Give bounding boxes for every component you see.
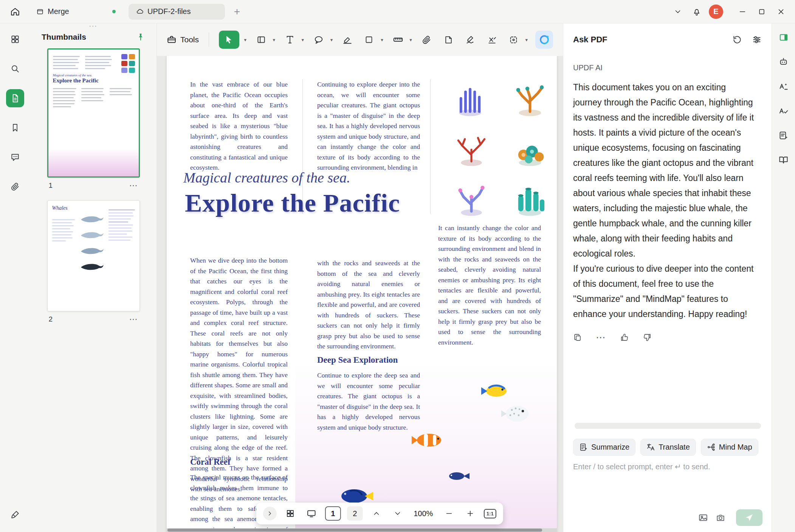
thumbnails-list[interactable]: Magical creatures of the sea. Explore th… [30, 48, 157, 532]
next-page-button[interactable] [390, 505, 405, 522]
tabs-dropdown-button[interactable] [671, 5, 685, 19]
signature-tool-button[interactable] [463, 31, 477, 48]
fill-sign-tool-button[interactable] [485, 31, 499, 48]
board-icon [36, 8, 44, 15]
mini-title: Explore the Pacific [53, 77, 134, 84]
attachment-tool-button[interactable] [420, 31, 434, 48]
zoom-in-button[interactable] [463, 505, 478, 522]
current-page-box[interactable]: 1 [325, 506, 341, 521]
notifications-button[interactable] [690, 5, 704, 19]
camera-icon[interactable] [716, 513, 725, 523]
copy-icon[interactable] [573, 333, 582, 342]
ask-pdf-title: Ask PDF [573, 35, 607, 45]
ai-chatbot-icon[interactable] [778, 57, 789, 67]
measure-tool-button[interactable] [391, 31, 405, 48]
chevron-down-icon[interactable]: ▾ [302, 37, 304, 43]
close-icon[interactable] [777, 8, 785, 16]
sticker-tool-button[interactable] [441, 31, 456, 48]
next-page-box[interactable]: 2 [347, 506, 363, 521]
marker-tool-button[interactable] [340, 31, 355, 48]
suggestions-scrollbar[interactable] [575, 423, 761, 429]
history-icon[interactable] [732, 35, 742, 45]
mini-reef-image [48, 148, 139, 176]
screenshot-tool-button[interactable] [507, 31, 521, 48]
more-options-button[interactable]: ⋯ [596, 336, 606, 339]
tab-updf-2-files[interactable]: UPDF-2-files [129, 4, 225, 20]
home-button[interactable] [7, 3, 23, 20]
window-controls [738, 8, 785, 16]
actual-size-button[interactable]: 1:1 [484, 509, 496, 518]
page-grid-view-button[interactable] [283, 505, 298, 522]
horizontal-scrollbar[interactable] [167, 528, 557, 532]
zoom-out-button[interactable] [442, 505, 457, 522]
panel-grip-icon[interactable]: ⋯ [30, 23, 157, 29]
square-icon [364, 35, 373, 44]
ai-translate-icon[interactable] [778, 81, 789, 91]
proofread-icon[interactable] [778, 106, 789, 116]
smart-form-icon[interactable] [778, 130, 789, 141]
sidebar-item-thumbnails[interactable] [6, 89, 24, 107]
shape-tool-button[interactable] [362, 31, 377, 48]
mind-map-button[interactable]: Mind Map [701, 439, 758, 456]
collapse-bar-button[interactable] [263, 507, 277, 520]
doc-heading: Deep Sea Exploration [317, 355, 398, 365]
sidebar-item-draw[interactable] [6, 506, 24, 524]
reader-mode-icon[interactable] [778, 155, 789, 165]
tab-merge[interactable]: Merge [29, 4, 123, 20]
page-thumbnail-2[interactable]: Whales [47, 200, 140, 311]
minimize-icon[interactable] [738, 8, 747, 16]
translate-button[interactable]: Translate [640, 439, 696, 456]
page-layout-tool-button[interactable] [254, 31, 268, 48]
tools-button[interactable]: Tools [167, 35, 199, 45]
select-tool-button[interactable] [219, 31, 239, 49]
thumbs-up-icon[interactable] [620, 333, 629, 342]
chevron-down-icon[interactable]: ▾ [330, 37, 333, 43]
sidebar-item-bookmarks[interactable] [6, 119, 24, 137]
tools-label: Tools [180, 35, 199, 44]
send-button[interactable] [736, 509, 762, 526]
ai-assistant-toggle-button[interactable] [535, 31, 553, 49]
panel-toggle-icon[interactable] [779, 32, 789, 42]
chevron-down-icon [394, 509, 402, 518]
avatar[interactable]: E [709, 5, 723, 19]
titlebar: Merge UPDF-2-files + E [0, 0, 795, 23]
sidebar-item-apps[interactable] [6, 30, 24, 48]
chevron-down-icon[interactable]: ▾ [381, 37, 383, 43]
page-thumbnail-1[interactable]: Magical creatures of the sea. Explore th… [47, 48, 140, 178]
tab-label: Merge [48, 7, 69, 16]
thumbnail-more-button[interactable]: ⋯ [129, 181, 138, 190]
monitor-icon [307, 509, 316, 518]
sidebar-item-attachments[interactable] [6, 178, 24, 196]
presentation-mode-button[interactable] [304, 505, 319, 522]
scrollbar-thumb[interactable] [167, 529, 542, 532]
sidebar-item-search[interactable] [6, 60, 24, 78]
previous-page-button[interactable] [369, 505, 384, 522]
thumbs-down-icon[interactable] [643, 333, 652, 342]
new-tab-button[interactable]: + [230, 5, 244, 19]
thumbnails-header: Thumbnails [30, 29, 157, 48]
clownfish [412, 434, 441, 447]
image-icon[interactable] [698, 513, 708, 523]
mini-whale-images [80, 214, 107, 271]
settings-sliders-icon[interactable] [752, 35, 762, 45]
minus-icon [445, 509, 453, 518]
comment-oval-icon [314, 35, 324, 45]
pin-icon[interactable] [136, 32, 145, 42]
chevron-down-icon[interactable]: ▾ [244, 37, 246, 43]
pdf-page-1[interactable]: In the vast embrace of our blue planet, … [167, 56, 557, 532]
prompt-input[interactable] [573, 462, 762, 471]
coral-image-grid [445, 75, 556, 219]
chevron-down-icon[interactable]: ▾ [409, 37, 412, 43]
document-canvas[interactable]: In the vast embrace of our blue planet, … [157, 56, 563, 532]
zoom-level[interactable]: 100% [411, 509, 435, 518]
maximize-icon[interactable] [758, 8, 766, 15]
chevron-down-icon[interactable]: ▾ [525, 37, 528, 43]
text-tool-button[interactable] [283, 31, 297, 48]
mini-coral-images [121, 54, 135, 73]
chevron-down-icon[interactable]: ▾ [273, 37, 275, 43]
summarize-button[interactable]: Summarize [573, 439, 635, 456]
sidebar-item-comments[interactable] [6, 148, 24, 166]
thumbnail-more-button[interactable]: ⋯ [129, 314, 138, 324]
comment-tool-button[interactable] [311, 31, 326, 48]
ruler-icon [393, 34, 403, 45]
